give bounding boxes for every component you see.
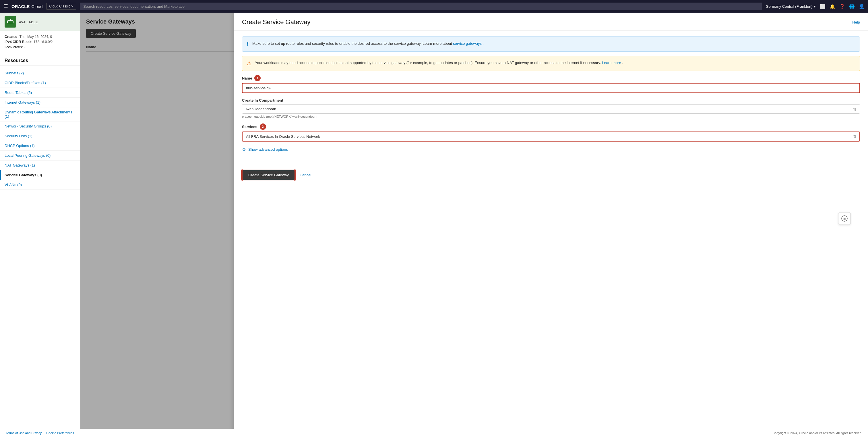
- hamburger-menu-icon[interactable]: ☰: [3, 3, 8, 9]
- region-selector[interactable]: Germany Central (Frankfurt) ▾: [766, 4, 816, 9]
- show-advanced-options[interactable]: ⚙ Show advanced options: [242, 147, 860, 152]
- sidebar-item-internet-gateways[interactable]: Internet Gateways (1): [0, 98, 80, 107]
- terms-link[interactable]: Terms of Use and Privacy: [6, 431, 42, 435]
- name-input[interactable]: [242, 83, 860, 93]
- svg-rect-0: [7, 21, 13, 23]
- ipv6-info: IPv6 Prefix: -: [5, 45, 75, 49]
- services-select-wrapper: All FRA Services In Oracle Services Netw…: [242, 131, 860, 142]
- service-gateways-link[interactable]: service gateways: [453, 41, 482, 45]
- sidebar-item-drg-attachments[interactable]: Dynamic Routing Gateways Attachments (1): [0, 107, 80, 121]
- oracle-logo: ORACLE Cloud: [11, 4, 43, 9]
- top-navigation: ☰ ORACLE Cloud Cloud Classic > Germany C…: [0, 0, 868, 12]
- sidebar-item-security-lists[interactable]: Security Lists (1): [0, 131, 80, 141]
- svg-text:⊞: ⊞: [843, 217, 846, 220]
- sidebar-item-local-peering-gateways[interactable]: Local Peering Gateways (0): [0, 151, 80, 160]
- cancel-link[interactable]: Cancel: [300, 173, 311, 177]
- create-service-gateway-button-main[interactable]: Create Service Gateway: [242, 170, 295, 180]
- services-form-group: Services 2 All FRA Services In Oracle Se…: [242, 123, 860, 142]
- warning-icon: ⚠: [247, 60, 251, 67]
- sidebar-item-vlans[interactable]: VLANs (0): [0, 180, 80, 190]
- sidebar-item-dhcp-options[interactable]: DHCP Options (1): [0, 141, 80, 151]
- compartment-form-group: Create In Compartment IwanHoogendoorn ⇅ …: [242, 98, 860, 118]
- compartment-label: Create In Compartment: [242, 98, 860, 102]
- cloud-classic-button[interactable]: Cloud Classic >: [46, 3, 76, 10]
- created-info: Created: Thu, May 16, 2024, 0: [5, 35, 75, 39]
- ipv4-info: IPv4 CIDR Block: 172.16.0.0/2: [5, 40, 75, 44]
- advanced-options-icon: ⚙: [242, 147, 246, 152]
- left-panel: AVAILABLE Created: Thu, May 16, 2024, 0 …: [0, 12, 81, 437]
- services-select[interactable]: All FRA Services In Oracle Services Netw…: [242, 131, 860, 142]
- vcn-status-badge: AVAILABLE: [19, 21, 38, 24]
- notifications-icon[interactable]: 🔔: [830, 4, 835, 9]
- user-profile-icon[interactable]: 👤: [859, 4, 865, 9]
- footer-links: Terms of Use and Privacy Cookie Preferen…: [6, 431, 74, 435]
- help-link[interactable]: Help: [852, 20, 860, 24]
- info-icon: ℹ: [247, 41, 249, 48]
- compartment-select[interactable]: IwanHoogendoorn: [242, 104, 860, 114]
- warning-banner: ⚠ Your workloads may need access to publ…: [242, 56, 860, 71]
- main-layout: AVAILABLE Created: Thu, May 16, 2024, 0 …: [0, 12, 868, 437]
- sidebar-item-nat-gateways[interactable]: NAT Gateways (1): [0, 160, 80, 170]
- dialog-title: Create Service Gateway: [242, 19, 310, 26]
- page-footer: Terms of Use and Privacy Cookie Preferen…: [0, 429, 868, 437]
- sidebar-item-cidr-blocks[interactable]: CIDR Blocks/Prefixes (1): [0, 78, 80, 88]
- dialog-body: ℹ Make sure to set up route rules and se…: [234, 31, 868, 165]
- sidebar-item-subnets[interactable]: Subnets (2): [0, 68, 80, 78]
- vcn-status-info: AVAILABLE: [19, 20, 38, 24]
- vcn-header: AVAILABLE: [0, 12, 80, 31]
- sidebar-item-network-security-groups[interactable]: Network Security Groups (0): [0, 121, 80, 131]
- vcn-info-section: Created: Thu, May 16, 2024, 0 IPv4 CIDR …: [0, 31, 80, 54]
- name-label: Name 1: [242, 75, 860, 81]
- name-step-badge: 1: [254, 75, 260, 81]
- dialog-header: Create Service Gateway Help: [234, 12, 868, 31]
- vcn-icon: [5, 16, 16, 28]
- warning-banner-text: Your workloads may need access to public…: [255, 60, 623, 66]
- language-icon[interactable]: 🌐: [849, 4, 855, 9]
- create-service-gateway-dialog: Create Service Gateway Help ℹ Make sure …: [234, 12, 868, 437]
- main-content: Service Gateways Create Service Gateway …: [81, 12, 868, 437]
- resources-heading: Resources: [0, 54, 80, 66]
- help-widget[interactable]: ⊞: [838, 212, 851, 225]
- info-banner-blue: ℹ Make sure to set up route rules and se…: [242, 36, 860, 52]
- sidebar-item-service-gateways[interactable]: Service Gateways (0): [0, 170, 80, 180]
- sidebar-item-route-tables[interactable]: Route Tables (5): [0, 88, 80, 98]
- learn-more-link[interactable]: Learn more: [602, 61, 621, 65]
- name-form-group: Name 1: [242, 75, 860, 93]
- help-icon[interactable]: ❓: [839, 4, 845, 9]
- compartment-select-wrapper: IwanHoogendoorn ⇅: [242, 104, 860, 114]
- search-input[interactable]: [80, 3, 762, 10]
- services-step-badge: 2: [260, 123, 266, 130]
- info-banner-text: Make sure to set up route rules and secu…: [252, 41, 484, 46]
- cookie-preferences-link[interactable]: Cookie Preferences: [46, 431, 74, 435]
- footer-copyright: Copyright © 2024, Oracle and/or its affi…: [773, 431, 862, 435]
- svg-point-1: [10, 19, 11, 21]
- code-editor-icon[interactable]: ⬜: [820, 4, 826, 9]
- compartment-hint: oraseemeaocids (root)/NETWORK/IwanHoogen…: [242, 115, 860, 118]
- dialog-footer: Create Service Gateway Cancel: [234, 165, 868, 185]
- services-label: Services 2: [242, 123, 860, 130]
- nav-right-section: Germany Central (Frankfurt) ▾ ⬜ 🔔 ❓ 🌐 👤: [766, 4, 865, 9]
